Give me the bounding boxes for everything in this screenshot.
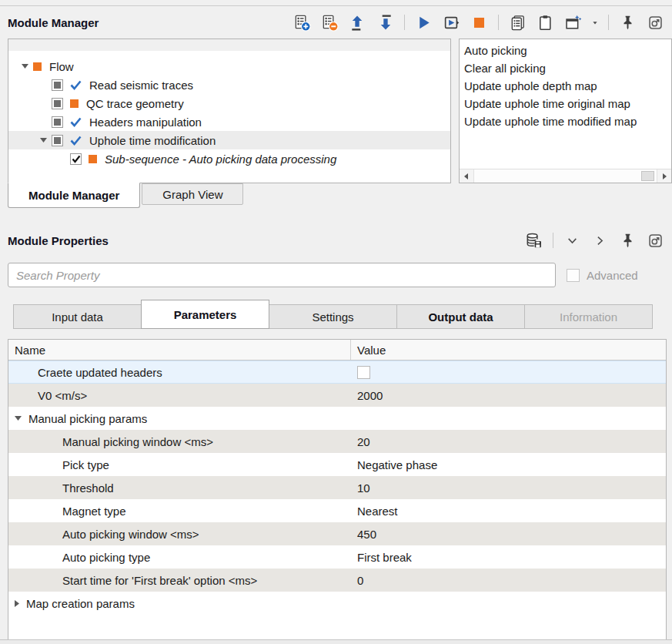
- tree-item-label: Uphole time modification: [89, 134, 216, 147]
- chevron-right-button[interactable]: [588, 230, 612, 251]
- tab-input-data[interactable]: Input data: [13, 304, 142, 329]
- scroll-left-button[interactable]: [460, 169, 473, 183]
- tab-module-manager[interactable]: Module Manager: [8, 183, 140, 208]
- tree-expander-icon[interactable]: [35, 138, 52, 143]
- tab-information[interactable]: Information: [524, 304, 653, 329]
- table-row[interactable]: Auto picking typeFirst break: [8, 545, 666, 569]
- tab-settings[interactable]: Settings: [269, 304, 397, 329]
- property-value-cell[interactable]: First break: [351, 551, 666, 564]
- advanced-checkbox[interactable]: [567, 269, 580, 282]
- float-window-button[interactable]: [644, 12, 667, 33]
- group-expander-icon[interactable]: [15, 416, 22, 421]
- import-flow-button[interactable]: [346, 12, 369, 33]
- pin-button[interactable]: [616, 230, 640, 251]
- tree-item[interactable]: Flow: [8, 57, 450, 75]
- property-value-cell[interactable]: Negative phase: [351, 458, 666, 471]
- list-item[interactable]: Auto picking: [464, 42, 671, 59]
- table-row[interactable]: Pick typeNegative phase: [8, 453, 666, 476]
- tree-item-label: Read seismic traces: [89, 79, 193, 92]
- orange-square-icon: [33, 62, 42, 71]
- table-row[interactable]: Threshold10: [8, 476, 666, 499]
- property-name: V0 <m/s>: [38, 389, 87, 402]
- tab-output-data[interactable]: Output data: [396, 304, 525, 329]
- list-item[interactable]: Update uphole depth map: [464, 77, 671, 95]
- stop-button[interactable]: [467, 12, 491, 33]
- scroll-right-button[interactable]: [657, 169, 671, 183]
- property-name-cell: Threshold: [8, 481, 351, 495]
- value-checkbox[interactable]: [357, 366, 370, 379]
- chevron-down-button[interactable]: [560, 230, 584, 251]
- export-flow-icon: [376, 14, 394, 32]
- search-input[interactable]: [8, 263, 556, 287]
- tree-item[interactable]: Read seismic traces: [8, 75, 450, 94]
- property-name: Manual picking params: [28, 412, 147, 425]
- tree-checkbox[interactable]: [52, 98, 63, 109]
- property-value-cell[interactable]: 10: [351, 481, 666, 495]
- new-window-button[interactable]: [561, 12, 585, 33]
- property-value: 20: [357, 435, 370, 448]
- toolbar-separator: [608, 15, 609, 30]
- database-save-button[interactable]: [522, 230, 546, 251]
- report-button[interactable]: [506, 12, 530, 33]
- property-value-cell[interactable]: 2000: [351, 389, 666, 402]
- list-item[interactable]: Update uphole time modified map: [464, 112, 671, 130]
- clipboard-icon: [537, 14, 554, 32]
- column-header-name[interactable]: Name: [8, 340, 351, 360]
- add-module-button[interactable]: [290, 12, 314, 33]
- table-row[interactable]: Auto picking window <ms>450: [8, 522, 666, 545]
- property-value-cell[interactable]: 450: [351, 528, 666, 541]
- toolbar-separator: [404, 15, 405, 30]
- table-row[interactable]: Start time for 'First break' option <ms>…: [8, 569, 666, 592]
- table-row[interactable]: Craete updated headers: [8, 361, 666, 384]
- scrollbar-track[interactable]: [473, 169, 657, 183]
- tree-expander-icon[interactable]: [16, 64, 33, 69]
- tree-item[interactable]: Headers manipulation: [8, 112, 450, 131]
- group-expander-icon[interactable]: [15, 600, 19, 607]
- import-flow-icon: [349, 14, 366, 32]
- column-header-value[interactable]: Value: [351, 344, 386, 357]
- pin-button[interactable]: [616, 12, 640, 33]
- tab-graph-view[interactable]: Graph View: [142, 183, 243, 205]
- remove-module-button[interactable]: [318, 12, 342, 33]
- scrollbar-thumb[interactable]: [641, 171, 654, 181]
- property-name-cell: Manual picking params: [8, 412, 351, 425]
- table-row[interactable]: V0 <m/s>2000: [8, 384, 666, 407]
- module-properties-tab-bar: Input dataParametersSettingsOutput dataI…: [8, 300, 672, 329]
- report-icon: [509, 14, 527, 32]
- property-name: Magnet type: [62, 505, 126, 518]
- property-value-cell[interactable]: 20: [351, 435, 666, 448]
- table-row[interactable]: Map creation params: [8, 592, 666, 615]
- main-content: Module Manager FlowRead seismic tracesQC…: [0, 6, 672, 640]
- list-item[interactable]: Update uphole time original map: [464, 95, 671, 112]
- tree-checkbox[interactable]: [52, 79, 63, 91]
- toolbar-separator: [553, 233, 553, 248]
- property-name: Map creation params: [26, 597, 135, 610]
- tree-item[interactable]: QC trace geometry: [8, 94, 450, 112]
- property-value: Negative phase: [357, 458, 437, 471]
- tree-checkbox[interactable]: [52, 116, 63, 128]
- dropdown-arrow-button[interactable]: [589, 12, 601, 33]
- table-row[interactable]: Magnet typeNearest: [8, 499, 666, 522]
- float-window-button[interactable]: [644, 230, 667, 251]
- clipboard-button[interactable]: [533, 12, 557, 33]
- table-row[interactable]: Manual picking window <ms>20: [8, 430, 666, 453]
- tree-item[interactable]: Uphole time modification: [8, 131, 450, 149]
- flow-tree: FlowRead seismic tracesQC trace geometry…: [8, 57, 450, 168]
- property-value-cell[interactable]: Nearest: [351, 505, 666, 518]
- tree-item-label: Sub-sequence - Auto picking data process…: [105, 153, 336, 166]
- list-item[interactable]: Clear all picking: [464, 59, 671, 77]
- tree-item[interactable]: Sub-sequence - Auto picking data process…: [8, 149, 450, 168]
- export-flow-button[interactable]: [373, 12, 397, 33]
- property-name-cell: Magnet type: [8, 505, 351, 518]
- run-interactive-button[interactable]: [440, 12, 463, 33]
- tab-parameters[interactable]: Parameters: [141, 300, 269, 329]
- property-value: First break: [357, 551, 412, 564]
- tree-checkbox[interactable]: [70, 153, 82, 165]
- table-row[interactable]: Manual picking params: [8, 407, 666, 430]
- property-value-cell[interactable]: [351, 366, 666, 379]
- property-table: Name Value Craete updated headersV0 <m/s…: [8, 339, 667, 640]
- module-properties-title: Module Properties: [8, 234, 109, 247]
- property-value-cell[interactable]: 0: [351, 574, 666, 587]
- run-flow-button[interactable]: [412, 12, 436, 33]
- tree-checkbox[interactable]: [52, 135, 63, 146]
